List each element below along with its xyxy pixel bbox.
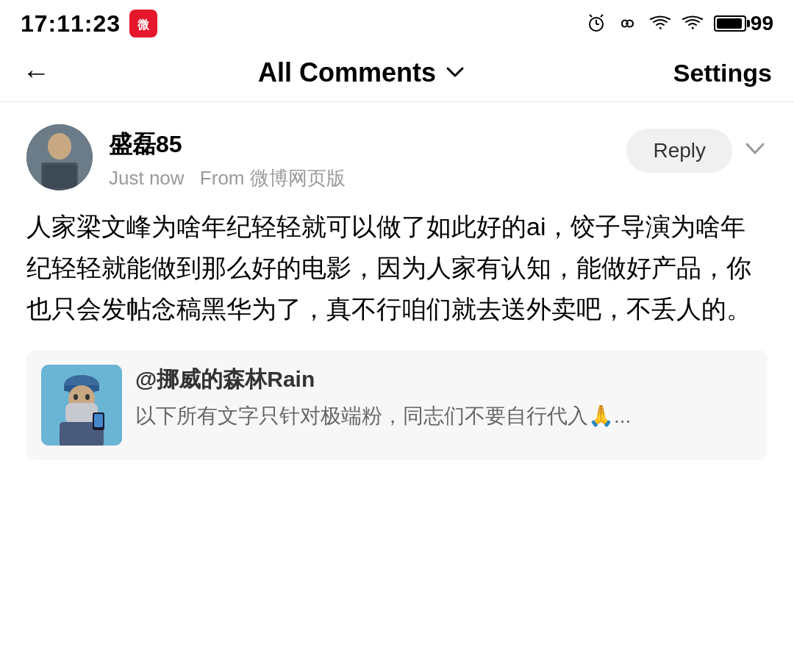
comment-meta: Just now From 微博网页版 [109, 165, 346, 191]
wifi-icon-1 [649, 15, 671, 32]
content-area: 盛磊85 Just now From 微博网页版 Reply 人家梁文峰为啥年纪 [0, 102, 794, 500]
svg-point-7 [626, 22, 629, 25]
username: 盛磊85 [109, 129, 346, 161]
battery-percentage: 99 [751, 12, 773, 35]
svg-rect-11 [43, 165, 76, 188]
settings-button[interactable]: Settings [673, 59, 772, 87]
comment-text: 人家梁文峰为啥年纪轻轻就可以做了如此好的ai，饺子导演为啥年纪轻轻就能做到那么好… [26, 206, 768, 329]
comment-actions: Reply [626, 124, 768, 173]
comment-user-section: 盛磊85 Just now From 微博网页版 [26, 124, 346, 191]
nav-bar: ← All Comments Settings [0, 44, 794, 102]
quoted-username: @挪威的森林Rain [135, 365, 753, 395]
battery-indicator: 99 [714, 12, 773, 35]
svg-text:微: 微 [137, 18, 150, 31]
comment-item: 盛磊85 Just now From 微博网页版 Reply 人家梁文峰为啥年纪 [26, 124, 768, 460]
clover-icon [617, 13, 639, 34]
svg-point-17 [74, 394, 78, 400]
status-time: 17:11:23 [21, 10, 121, 37]
comment-source: From 微博网页版 [200, 167, 346, 189]
alarm-icon [586, 13, 607, 34]
status-left: 17:11:23 微 [21, 10, 157, 37]
status-bar: 17:11:23 微 [0, 0, 794, 44]
comment-header: 盛磊85 Just now From 微博网页版 Reply [26, 124, 768, 191]
user-info: 盛磊85 Just now From 微博网页版 [109, 124, 346, 191]
nav-chevron-icon[interactable] [445, 61, 465, 85]
svg-line-5 [590, 15, 592, 17]
reply-button[interactable]: Reply [626, 129, 732, 173]
wifi-icon-2 [682, 15, 704, 32]
status-right: 99 [586, 12, 773, 35]
quoted-content: @挪威的森林Rain 以下所有文字只针对极端粉，同志们不要自行代入🙏... [135, 365, 753, 432]
avatar [26, 124, 93, 190]
nav-title: All Comments [258, 57, 436, 88]
nav-title-container: All Comments [258, 57, 465, 88]
svg-point-9 [48, 133, 71, 160]
battery-fill [717, 18, 742, 29]
expand-chevron-icon[interactable] [743, 137, 768, 165]
comment-time: Just now [109, 167, 185, 189]
svg-line-6 [601, 15, 603, 17]
svg-point-18 [85, 394, 90, 400]
back-button[interactable]: ← [22, 59, 50, 87]
quoted-comment[interactable]: @挪威的森林Rain 以下所有文字只针对极端粉，同志们不要自行代入🙏... [26, 350, 768, 460]
svg-rect-22 [94, 414, 103, 427]
quoted-avatar [41, 365, 122, 446]
battery-body [714, 15, 746, 32]
weibo-app-icon: 微 [129, 10, 157, 37]
quoted-text: 以下所有文字只针对极端粉，同志们不要自行代入🙏... [135, 401, 753, 432]
